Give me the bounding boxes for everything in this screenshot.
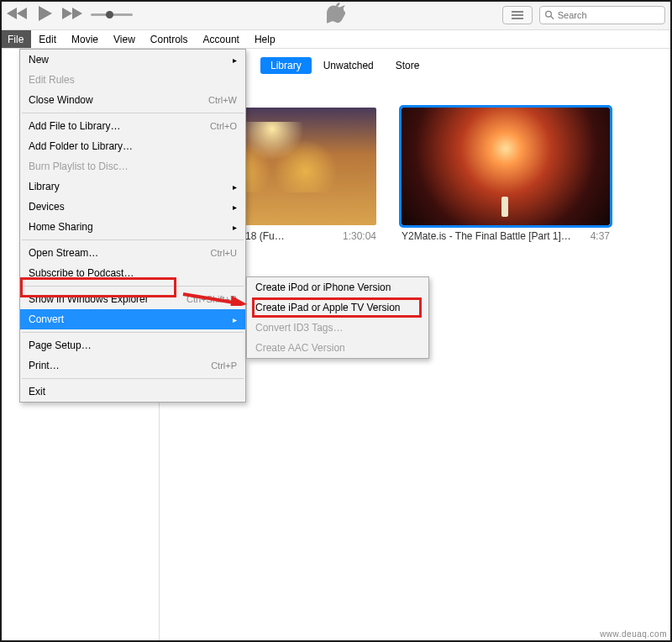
menubar-help[interactable]: Help: [247, 30, 283, 48]
menu-close-window[interactable]: Close WindowCtrl+W: [20, 90, 245, 110]
menubar-view[interactable]: View: [106, 30, 143, 48]
chevron-right-icon: ▸: [233, 223, 237, 232]
menubar-movie[interactable]: Movie: [64, 30, 106, 48]
file-menu-dropdown: New▸ Edit Rules Close WindowCtrl+W Add F…: [19, 49, 246, 403]
previous-track-button[interactable]: [7, 6, 30, 24]
menu-add-file[interactable]: Add File to Library…Ctrl+O: [20, 116, 245, 136]
svg-line-4: [551, 16, 554, 18]
menu-convert-id3: Convert ID3 Tags…: [247, 318, 428, 338]
volume-slider[interactable]: [91, 13, 133, 16]
menu-subscribe-podcast[interactable]: Subscribe to Podcast…: [20, 263, 245, 283]
svg-line-5: [183, 294, 234, 303]
chevron-right-icon: ▸: [233, 55, 237, 65]
menu-burn-playlist: Burn Playlist to Disc…: [20, 156, 245, 176]
menubar-account[interactable]: Account: [196, 30, 247, 48]
search-field[interactable]: [539, 6, 665, 24]
video-duration: 1:30:04: [343, 230, 376, 242]
search-input[interactable]: [558, 10, 659, 20]
tab-unwatched[interactable]: Unwatched: [313, 57, 384, 74]
menu-convert[interactable]: Convert▸: [20, 309, 245, 329]
play-button[interactable]: [35, 4, 54, 26]
menu-exit[interactable]: Exit: [20, 382, 245, 402]
video-item[interactable]: Y2Mate.is - The Final Battle [Part 1]… 4…: [402, 108, 610, 242]
video-duration: 4:37: [591, 230, 610, 242]
menu-create-aac: Create AAC Version: [247, 338, 428, 358]
svg-rect-0: [512, 11, 523, 13]
menu-print[interactable]: Print…Ctrl+P: [20, 355, 245, 376]
menu-home-sharing[interactable]: Home Sharing▸: [20, 217, 245, 237]
svg-marker-6: [230, 296, 247, 306]
menu-create-ipad[interactable]: Create iPad or Apple TV Version: [247, 297, 428, 318]
video-title: Y2Mate.is - The Final Battle [Part 1]…: [402, 230, 571, 242]
menu-add-folder[interactable]: Add Folder to Library…: [20, 136, 245, 156]
chevron-right-icon: ▸: [233, 315, 237, 324]
menubar-file[interactable]: File: [0, 30, 31, 48]
svg-point-3: [546, 11, 552, 17]
menubar: File Edit Movie View Controls Account He…: [0, 30, 672, 49]
list-view-button[interactable]: [502, 6, 533, 24]
tab-library[interactable]: Library: [260, 57, 312, 74]
watermark: www.deuaq.com: [600, 629, 667, 639]
player-toolbar: [0, 0, 672, 30]
next-track-button[interactable]: [59, 6, 82, 24]
annotation-arrow-icon: [181, 282, 247, 306]
tab-store[interactable]: Store: [386, 57, 430, 74]
convert-submenu: Create iPod or iPhone Version Create iPa…: [246, 276, 429, 359]
menubar-edit[interactable]: Edit: [31, 30, 64, 48]
menu-devices[interactable]: Devices▸: [20, 197, 245, 217]
menu-create-ipod[interactable]: Create iPod or iPhone Version: [247, 277, 428, 297]
menu-edit-rules: Edit Rules: [20, 70, 245, 90]
search-icon: [545, 10, 554, 20]
chevron-right-icon: ▸: [233, 182, 237, 192]
apple-logo-icon: [327, 3, 345, 28]
chevron-right-icon: ▸: [233, 203, 237, 212]
svg-rect-2: [512, 18, 523, 19]
svg-rect-1: [512, 14, 523, 16]
menu-page-setup[interactable]: Page Setup…: [20, 335, 245, 355]
menu-new[interactable]: New▸: [20, 50, 245, 70]
menu-open-stream[interactable]: Open Stream…Ctrl+U: [20, 243, 245, 263]
menu-library[interactable]: Library▸: [20, 176, 245, 197]
menubar-controls[interactable]: Controls: [143, 30, 196, 48]
video-thumbnail: [402, 108, 610, 225]
